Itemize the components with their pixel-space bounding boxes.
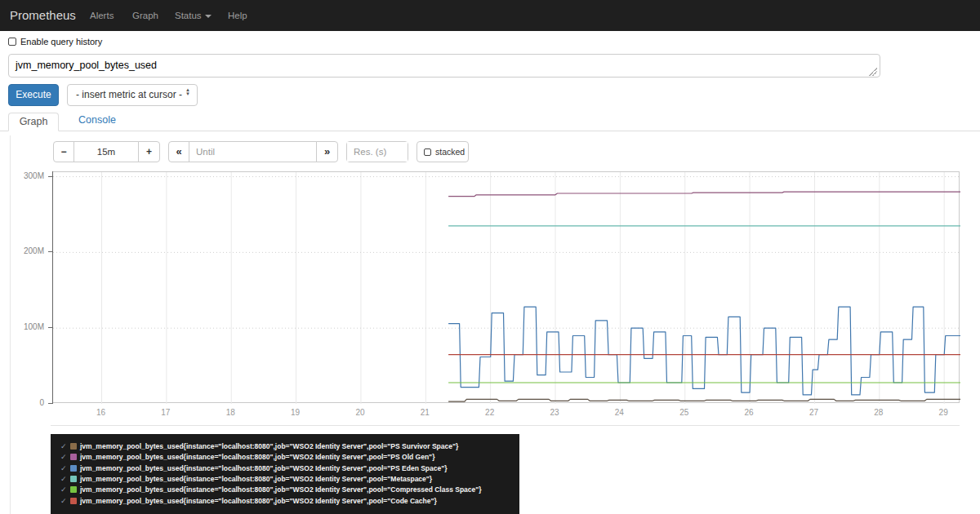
y-axis-line: [52, 171, 53, 404]
x-tick-label: 18: [216, 408, 244, 417]
chart-svg: [53, 172, 960, 404]
x-tick-label: 21: [411, 408, 439, 417]
time-forward-button[interactable]: »: [316, 141, 338, 162]
stacked-toggle-button[interactable]: stacked: [416, 141, 469, 162]
until-input[interactable]: [189, 142, 316, 162]
legend-row[interactable]: ✓jvm_memory_pool_bytes_used{instance="lo…: [60, 493, 519, 503]
x-tick-label: 22: [476, 408, 504, 417]
tab-graph[interactable]: Graph: [8, 113, 59, 131]
legend-check-icon: ✓: [60, 497, 69, 505]
y-tick-mark: [48, 176, 52, 177]
y-tick-label: 200M: [2, 246, 44, 255]
chart-bottom-divider: [51, 425, 960, 426]
series-line-ps-eden-space: [448, 307, 960, 395]
y-tick-mark: [48, 403, 52, 404]
legend-color-swatch: [70, 476, 77, 482]
insert-metric-select[interactable]: - insert metric at cursor - ▲▼: [67, 84, 198, 106]
query-expression-input[interactable]: jvm_memory_pool_bytes_used: [8, 54, 880, 78]
legend-color-swatch: [70, 454, 77, 460]
x-tick-label: 26: [735, 408, 763, 417]
select-updown-icon: ▲▼: [185, 88, 190, 96]
x-tick-label: 27: [800, 408, 827, 417]
time-back-button[interactable]: «: [168, 141, 189, 162]
legend-row[interactable]: ✓jvm_memory_pool_bytes_used{instance="lo…: [60, 460, 519, 471]
legend-series-label: jvm_memory_pool_bytes_used{instance="loc…: [80, 497, 437, 505]
range-decrease-button[interactable]: −: [53, 141, 74, 162]
x-tick-label: 20: [346, 408, 374, 417]
dropdown-caret-icon: [205, 15, 212, 18]
range-input[interactable]: [74, 142, 138, 162]
query-history-label: Enable query history: [20, 37, 102, 47]
tab-console[interactable]: Console: [78, 114, 116, 126]
x-tick-label: 19: [282, 408, 310, 417]
legend-row[interactable]: ✓jvm_memory_pool_bytes_used{instance="lo…: [60, 482, 519, 493]
tabs-divider: [0, 131, 980, 131]
x-tick-label: 16: [87, 408, 115, 417]
top-navbar: Prometheus Alerts Graph Status Help: [0, 0, 980, 31]
query-history-checkbox[interactable]: [8, 38, 16, 46]
x-tick-label: 28: [865, 408, 893, 417]
series-line-ps-old-gen: [448, 192, 960, 197]
chart-legend: ✓jvm_memory_pool_bytes_used{instance="lo…: [51, 434, 519, 514]
y-tick-mark: [48, 327, 52, 328]
x-tick-label: 29: [929, 408, 957, 417]
range-increase-button[interactable]: +: [138, 141, 160, 162]
legend-row[interactable]: ✓jvm_memory_pool_bytes_used{instance="lo…: [60, 471, 519, 481]
x-tick-label: 17: [152, 408, 180, 417]
nav-item-alerts[interactable]: Alerts: [90, 0, 114, 31]
stacked-checkbox[interactable]: [424, 148, 431, 156]
legend-row[interactable]: ✓jvm_memory_pool_bytes_used{instance="lo…: [60, 438, 519, 449]
y-tick-label: 300M: [2, 171, 44, 180]
nav-item-graph[interactable]: Graph: [132, 0, 158, 31]
legend-color-swatch: [70, 498, 77, 504]
prometheus-app: Prometheus Alerts Graph Status Help Enab…: [0, 0, 980, 514]
nav-item-help[interactable]: Help: [228, 0, 247, 31]
brand-prometheus[interactable]: Prometheus: [10, 0, 76, 31]
stacked-label: stacked: [435, 147, 465, 157]
resolution-input[interactable]: [347, 142, 408, 162]
x-tick-label: 24: [605, 408, 633, 417]
legend-row[interactable]: ✓jvm_memory_pool_bytes_used{instance="lo…: [60, 449, 519, 459]
x-tick-label: 25: [670, 408, 698, 417]
y-tick-label: 0: [2, 398, 44, 407]
series-line-ps-survivor-space: [448, 399, 960, 401]
nav-item-status[interactable]: Status: [175, 0, 212, 31]
x-tick-label: 23: [541, 408, 568, 417]
execute-button[interactable]: Execute: [8, 84, 59, 106]
chart-plot-area[interactable]: [52, 171, 960, 403]
y-tick-mark: [48, 251, 52, 252]
y-tick-label: 100M: [2, 322, 44, 331]
